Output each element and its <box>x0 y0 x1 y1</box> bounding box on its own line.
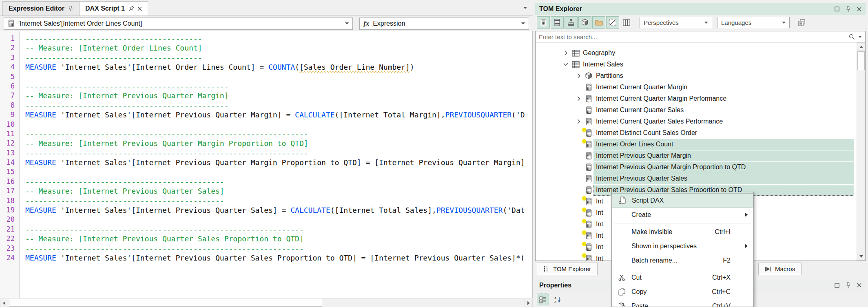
scroll-down-icon[interactable] <box>857 252 865 261</box>
close-icon[interactable] <box>857 7 861 11</box>
tree-item[interactable]: Internet Current Quarter Margin Performa… <box>536 93 865 104</box>
dock-tab-tom-explorer[interactable]: TOM Explorer <box>537 263 598 275</box>
scrollbar-thumb[interactable] <box>857 51 865 70</box>
tree-item[interactable]: Internet Current Quarter Margin <box>536 82 865 93</box>
editor-combo-row: 'Internet Sales'[Internet Order Lines Co… <box>0 15 533 31</box>
chevron-down-icon[interactable] <box>782 22 786 24</box>
tab-list-dropdown-icon[interactable] <box>523 7 527 9</box>
tree-item-label: Internet Current Quarter Margin Performa… <box>593 93 854 104</box>
tree-item[interactable]: Geography <box>536 47 865 59</box>
duplicate-icon[interactable] <box>795 17 808 28</box>
menu-item-paste[interactable]: PasteCtrl+V <box>612 299 753 307</box>
line-number: 2 <box>0 43 20 53</box>
svg-text:A: A <box>554 296 557 300</box>
hierarchies-filter-icon[interactable] <box>565 16 578 29</box>
dax-code-editor[interactable]: 1---------------------------------------… <box>0 31 533 298</box>
code-text: ----------------------------------------… <box>20 129 308 139</box>
tree-item[interactable]: Internet Sales <box>536 59 865 70</box>
tab-expression-editor[interactable]: Expression Editor <box>2 1 79 15</box>
scroll-left-icon[interactable] <box>0 299 8 307</box>
tree-item[interactable]: Internet Previous Quarter Margin Proport… <box>536 161 865 173</box>
menu-item-script-dax[interactable]: Script DAX <box>612 193 753 208</box>
menu-item-copy[interactable]: CopyCtrl+C <box>612 285 753 299</box>
measures-filter-icon[interactable] <box>537 16 550 29</box>
line-number: 15 <box>0 167 20 177</box>
chevron-down-icon[interactable] <box>345 22 349 24</box>
line-number: 22 <box>0 234 20 243</box>
pin-icon[interactable] <box>127 5 135 12</box>
chevron-right-icon[interactable] <box>574 73 584 78</box>
dock-tab-label: TOM Explorer <box>553 265 591 272</box>
editor-horizontal-scrollbar[interactable] <box>0 298 533 307</box>
menu-item-batch-rename[interactable]: Batch rename...F2 <box>612 253 753 267</box>
float-window-icon[interactable] <box>835 283 839 288</box>
code-line: 11--------------------------------------… <box>0 129 532 139</box>
folders-filter-icon[interactable] <box>592 16 605 29</box>
code-line: 17-- Measure: [Internet Previous Quarter… <box>0 186 532 196</box>
chevron-down-icon[interactable] <box>704 22 708 24</box>
line-number: 20 <box>0 215 20 224</box>
menu-item-create[interactable]: Create <box>612 208 753 222</box>
tree-item[interactable]: Internet Current Quarter Sales <box>536 104 865 116</box>
close-tab-icon[interactable] <box>137 7 142 11</box>
copy-icon <box>615 288 628 296</box>
perspectives-combobox[interactable]: Perspectives <box>640 17 712 28</box>
modified-badge <box>582 230 586 235</box>
code-text: ----------------------------------------… <box>20 225 304 234</box>
menu-item-make-invisible[interactable]: Make invisibleCtrl+I <box>612 225 753 239</box>
sort-alphabetical-icon[interactable]: AZ <box>551 294 564 305</box>
measure-icon <box>8 20 15 27</box>
close-icon[interactable] <box>857 283 861 287</box>
chevron-right-icon[interactable] <box>561 51 571 55</box>
pin-icon[interactable] <box>846 282 850 288</box>
tab-dax-script-1[interactable]: DAX Script 1 <box>79 1 148 15</box>
scroll-right-icon[interactable] <box>525 299 533 307</box>
partitions-filter-icon[interactable] <box>578 16 591 29</box>
measure-icon <box>584 175 593 183</box>
line-number: 4 <box>0 62 20 72</box>
float-window-icon[interactable] <box>835 7 839 11</box>
code-line: 12-- Measure: [Internet Previous Quarter… <box>0 139 532 148</box>
scrollbar-thumb[interactable] <box>9 299 322 307</box>
tree-item[interactable]: Internet Order Lines Count <box>536 139 865 150</box>
scroll-up-icon[interactable] <box>857 42 865 51</box>
tree-item-label: Internet Previous Quarter Margin <box>593 150 854 161</box>
measure-icon <box>584 84 593 91</box>
tree-item[interactable]: Internet Current Quarter Sales Performan… <box>536 116 865 127</box>
categorized-view-icon[interactable] <box>537 294 549 305</box>
chevron-down-icon[interactable] <box>561 63 571 66</box>
tree-search-input[interactable] <box>539 33 846 40</box>
code-line: 14MEASURE 'Internet Sales'[Internet Prev… <box>0 158 532 167</box>
menu-item-shown-in-perspectives[interactable]: Shown in perspectives <box>612 239 753 253</box>
dock-tab-label: Macros <box>775 265 795 272</box>
expression-selector-combobox[interactable]: fx Expression <box>359 18 529 30</box>
measure-selector-combobox[interactable]: 'Internet Sales'[Internet Order Lines Co… <box>4 18 353 30</box>
code-line: 9MEASURE 'Internet Sales'[Internet Previ… <box>0 110 532 119</box>
search-icon[interactable] <box>849 34 855 40</box>
tree-vertical-scrollbar[interactable] <box>857 42 865 261</box>
dock-tab-macros[interactable]: Macros <box>758 263 802 275</box>
code-line: 18--------------------------------------… <box>0 196 532 205</box>
pin-icon[interactable] <box>846 6 850 12</box>
show-hidden-filter-icon[interactable] <box>606 16 619 29</box>
panel-title: TOM Explorer <box>539 5 582 13</box>
tree-item[interactable]: Internet Previous Quarter Margin <box>536 150 865 161</box>
tree-item[interactable]: Internet Previous Quarter Sales <box>536 173 865 184</box>
tree-item[interactable]: Internet Distinct Count Sales Order <box>536 127 865 139</box>
tree-item[interactable]: Partitions <box>536 70 865 82</box>
pin-icon[interactable] <box>69 6 73 12</box>
languages-combobox[interactable]: Languages <box>717 17 790 28</box>
tree-item-label: Internet Sales <box>580 59 854 70</box>
chevron-right-icon[interactable] <box>574 119 584 124</box>
table-columns-filter-icon[interactable] <box>620 16 633 29</box>
menu-item-cut[interactable]: CutCtrl+X <box>612 270 753 285</box>
menu-shortcut: F2 <box>723 257 748 264</box>
chevron-down-icon[interactable] <box>521 22 525 24</box>
code-text <box>20 167 25 177</box>
chevron-right-icon[interactable] <box>574 96 584 101</box>
paste-icon <box>615 303 628 307</box>
columns-filter-icon[interactable] <box>551 16 564 29</box>
chevron-down-icon[interactable] <box>858 36 862 38</box>
line-number: 19 <box>0 205 20 215</box>
submenu-arrow-icon <box>745 212 748 217</box>
